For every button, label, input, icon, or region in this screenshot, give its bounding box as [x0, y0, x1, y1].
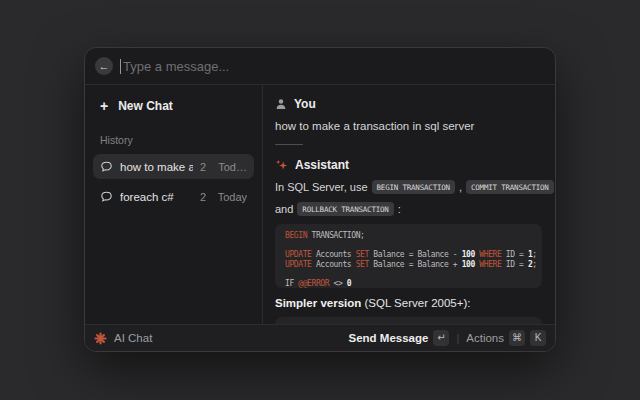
history-section-label: History: [93, 134, 254, 146]
chat-date: Tod…: [213, 161, 247, 173]
new-chat-label: New Chat: [118, 99, 173, 113]
back-button[interactable]: ←: [95, 57, 113, 75]
plus-icon: +: [100, 99, 108, 113]
conversation-pane: You how to make a transaction in sql ser…: [263, 85, 555, 324]
actions-button[interactable]: Actions ⌘ K: [466, 330, 546, 346]
command-key-icon: ⌘: [509, 330, 525, 346]
chat-title: foreach c#: [120, 191, 193, 203]
sparkles-icon: [275, 159, 288, 172]
text-cursor: [120, 59, 121, 74]
inline-code-rollback-transaction: ROLLBACK TRANSACTION: [297, 202, 393, 216]
paragraph-text: and: [275, 203, 293, 215]
return-key-icon: ↵: [433, 330, 449, 346]
person-icon: [275, 98, 287, 110]
send-message-button[interactable]: Send Message ↵: [349, 330, 450, 346]
app-name: AI Chat: [114, 332, 152, 344]
sql-code-block: BEGIN TRANSACTION;UPDATE Accounts SET Ba…: [275, 224, 542, 288]
outro-regular-text: (SQL Server 2005+):: [361, 297, 470, 309]
assistant-label: Assistant: [295, 158, 349, 172]
paragraph-text: ,: [459, 181, 462, 193]
status-bar-actions: Send Message ↵ | Actions ⌘ K: [349, 330, 546, 346]
ai-chat-logo-icon: [94, 332, 107, 345]
chat-bubble-icon: [100, 190, 113, 203]
sidebar: + New Chat History how to make a transa……: [85, 85, 263, 324]
assistant-message-header: Assistant: [275, 158, 542, 172]
status-bar-separator: |: [456, 332, 459, 344]
assistant-paragraph-line-1: In SQL Server, use BEGIN TRANSACTION , C…: [275, 180, 542, 194]
chat-date: Today: [213, 191, 247, 203]
message-input[interactable]: Type a message...: [123, 59, 229, 74]
paragraph-text: In SQL Server, use: [275, 181, 368, 193]
inline-code-begin-transaction: BEGIN TRANSACTION: [372, 180, 455, 194]
chat-title: how to make a transa…: [120, 161, 193, 173]
back-arrow-icon: ←: [99, 61, 110, 72]
outro-bold-text: Simpler version: [275, 297, 361, 309]
chat-list-item-foreach[interactable]: foreach c# 2 Today: [93, 184, 254, 209]
message-divider: [275, 144, 303, 145]
user-message-header: You: [275, 97, 542, 111]
chat-list-item-transaction[interactable]: how to make a transa… 2 Tod…: [93, 154, 254, 179]
main-area: + New Chat History how to make a transa……: [85, 85, 555, 324]
actions-label: Actions: [466, 332, 504, 344]
assistant-paragraph-line-2: and ROLLBACK TRANSACTION :: [275, 202, 542, 216]
user-label: You: [294, 97, 316, 111]
chat-message-count: 2: [200, 161, 206, 173]
user-message-text: how to make a transaction in sql server: [275, 120, 542, 132]
new-chat-button[interactable]: + New Chat: [93, 95, 254, 117]
ai-chat-window: ← Type a message... + New Chat History h…: [84, 47, 556, 352]
k-key-icon: K: [530, 330, 546, 346]
next-code-block-partial: [275, 317, 542, 324]
status-bar: AI Chat Send Message ↵ | Actions ⌘ K: [85, 324, 555, 351]
assistant-outro-text: Simpler version (SQL Server 2005+):: [275, 297, 542, 309]
chat-message-count: 2: [200, 191, 206, 203]
paragraph-text: :: [398, 203, 401, 215]
chat-bubble-icon: [100, 160, 113, 173]
message-input-bar: ← Type a message...: [85, 48, 555, 85]
send-message-label: Send Message: [349, 332, 429, 344]
inline-code-commit-transaction: COMMIT TRANSACTION: [466, 180, 554, 194]
